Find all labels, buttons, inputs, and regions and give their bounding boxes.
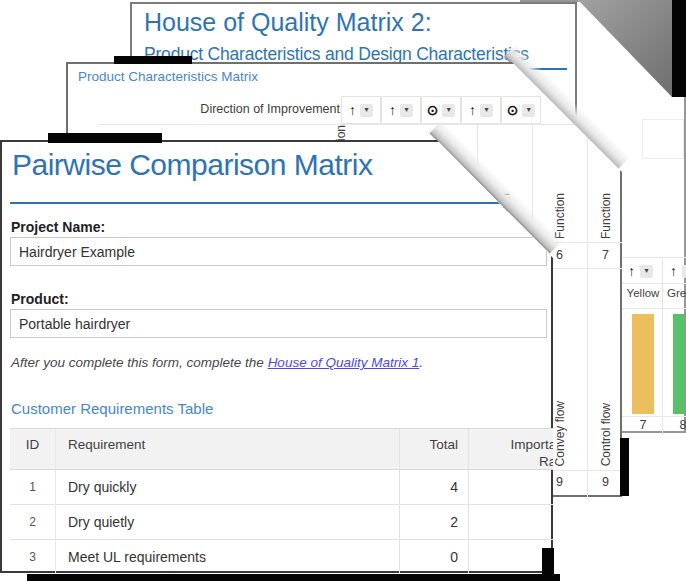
title-rule <box>10 202 547 204</box>
project-name-label: Project Name: <box>11 219 105 235</box>
note-text: After you complete this form, complete t… <box>11 355 268 370</box>
table-row: 3 Meet UL requirements 0 <box>10 540 588 575</box>
hoq-matrix-1-link[interactable]: House of Quality Matrix 1 <box>268 355 420 370</box>
page-shadow-fragment <box>27 574 560 581</box>
page-shadow-fragment <box>48 133 162 143</box>
gridline <box>622 416 686 417</box>
dropdown-caret-icon[interactable]: ▾ <box>360 104 373 117</box>
page-subtitle: Product Characteristics and Design Chara… <box>144 44 529 65</box>
page-shadow-fragment <box>114 56 192 64</box>
stacked-template-pages: ↑ ▾ ↑ ▾ Yellow Green 7 8 House of Qualit… <box>0 0 686 581</box>
dropdown-caret-icon[interactable]: ▾ <box>522 104 535 117</box>
cell-total: 4 <box>399 470 468 504</box>
cell-requirement[interactable]: Meet UL requirements <box>55 540 399 574</box>
cell-total: 0 <box>399 540 468 574</box>
cell-total: 2 <box>399 505 468 539</box>
direction-dropdown[interactable]: ↑ ▾ <box>341 96 381 124</box>
table-header-row: ID Requirement Total Importance Rating <box>10 428 588 470</box>
customer-requirements-heading: Customer Requirements Table <box>11 400 213 417</box>
direction-dropdown[interactable]: ↑ ▾ <box>628 259 653 283</box>
customer-requirements-table: ID Requirement Total Importance Rating 1… <box>10 428 588 575</box>
page-shadow-fragment <box>542 548 554 574</box>
column-label-green: Green <box>664 287 686 299</box>
table-row: 2 Dry quietly 2 <box>10 505 588 540</box>
up-arrow-icon: ↑ <box>389 103 396 117</box>
table-row: 1 Dry quickly 4 <box>10 470 588 505</box>
page-shadow-fragment <box>620 438 629 496</box>
direction-dropdown[interactable]: ↑ ▾ <box>381 96 421 124</box>
cell-id: 3 <box>10 540 55 574</box>
up-arrow-icon: ↑ <box>670 264 677 278</box>
gridline <box>622 283 686 284</box>
direction-dropdown[interactable]: ↑ ▾ <box>461 96 501 124</box>
cell-id: 2 <box>10 505 55 539</box>
product-input[interactable]: Portable hairdryer <box>10 309 547 338</box>
dropdown-caret-icon[interactable]: ▾ <box>400 104 413 117</box>
cell-importance[interactable] <box>468 505 588 539</box>
cell-requirement[interactable]: Dry quickly <box>55 470 399 504</box>
column-number: 7 <box>587 242 624 268</box>
yellow-bar <box>632 314 654 414</box>
target-icon: ⊙ <box>507 103 519 117</box>
column-header-control-flow: Control flow <box>587 268 624 470</box>
completion-note: After you complete this form, complete t… <box>11 355 423 370</box>
dropdown-caret-icon[interactable]: ▾ <box>640 265 653 278</box>
page-shadow-fragment <box>672 0 686 97</box>
gridline <box>622 308 686 309</box>
column-label-yellow: Yellow <box>624 287 662 299</box>
up-arrow-icon: ↑ <box>349 103 356 117</box>
product-label: Product: <box>11 291 69 307</box>
gridline <box>622 257 686 258</box>
header-total: Total <box>399 429 468 469</box>
rating-number: 9 <box>587 470 624 494</box>
direction-dropdown[interactable]: ↑ ▾ <box>670 259 686 283</box>
dropdown-caret-icon[interactable]: ▾ <box>682 265 686 278</box>
page-pairwise-comparison-matrix: Pairwise Comparison Matrix Project Name:… <box>0 140 553 573</box>
page-title: Pairwise Comparison Matrix <box>12 148 372 182</box>
note-text: . <box>419 355 423 370</box>
empty-cell-box <box>642 119 684 159</box>
column-number: 7 <box>624 418 662 432</box>
cell-requirement[interactable]: Dry quietly <box>55 505 399 539</box>
gridline <box>662 257 663 435</box>
project-name-input[interactable]: Hairdryer Example <box>10 237 547 266</box>
dropdown-caret-icon[interactable]: ▾ <box>480 104 493 117</box>
header-requirement: Requirement <box>55 429 399 469</box>
green-bar <box>673 314 686 414</box>
cell-importance[interactable] <box>468 540 588 574</box>
page-title: Product Characteristics Matrix <box>78 69 258 84</box>
direction-dropdown[interactable]: ⊙ ▾ <box>501 96 541 124</box>
header-id: ID <box>10 429 55 469</box>
target-icon: ⊙ <box>427 103 439 117</box>
cell-id: 1 <box>10 470 55 504</box>
up-arrow-icon: ↑ <box>628 264 635 278</box>
dropdown-caret-icon[interactable]: ▾ <box>442 104 455 117</box>
column-number: 8 <box>664 418 686 432</box>
page-title: House of Quality Matrix 2: <box>144 8 432 37</box>
direction-of-improvement-label: Direction of Improvement <box>98 102 340 116</box>
up-arrow-icon: ↑ <box>469 103 476 117</box>
